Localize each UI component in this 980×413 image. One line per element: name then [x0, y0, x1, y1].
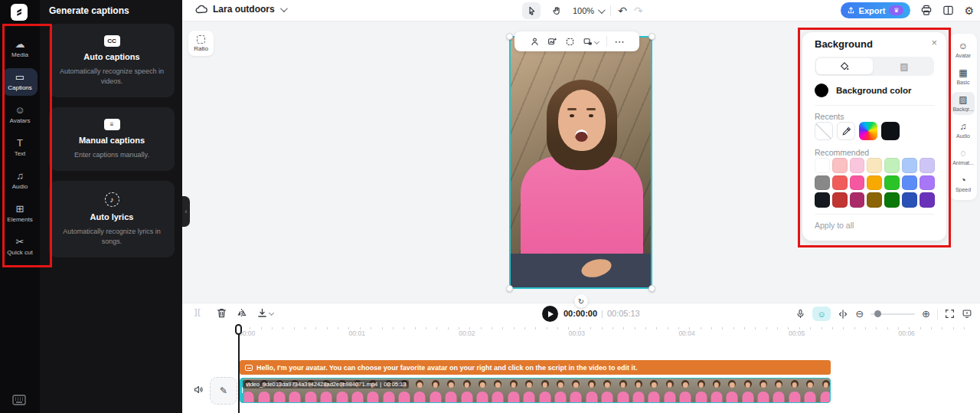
vip-badge-icon: ♛ [889, 5, 903, 15]
track-audio-toggle-icon[interactable] [193, 385, 204, 395]
right-rail-item[interactable]: ◌ Animat... [952, 146, 975, 169]
color-swatch[interactable] [884, 158, 900, 173]
video-subject-shirt [521, 156, 643, 260]
tab-color-fill[interactable] [816, 58, 873, 74]
eyedropper-icon[interactable] [837, 122, 855, 140]
project-menu[interactable]: Lara outdoors [195, 4, 286, 15]
panel-collapse-handle[interactable]: ‹ [182, 196, 190, 227]
right-rail-item[interactable]: ▦ Basic [952, 65, 975, 88]
more-options-icon[interactable]: ⋯ [615, 36, 625, 48]
resize-handle-top-right[interactable] [648, 33, 655, 40]
caption-option-card[interactable]: ♪ Auto lyrics Automatically recognize ly… [49, 181, 175, 257]
close-icon[interactable]: × [931, 37, 937, 48]
export-button[interactable]: Export ♛ [841, 2, 911, 18]
crop-icon[interactable] [565, 37, 575, 47]
color-swatch[interactable] [850, 175, 865, 191]
sidebar-item[interactable]: ⊞ Elements [2, 200, 38, 228]
color-picker-swatch[interactable] [859, 122, 877, 140]
download-icon[interactable] [256, 307, 273, 319]
resize-handle-bottom-right[interactable] [648, 285, 655, 292]
layout-columns-icon[interactable] [942, 5, 954, 16]
printer-icon[interactable] [920, 5, 933, 16]
caption-option-card[interactable]: CC Auto captions Automatically recognize… [49, 24, 175, 97]
mirror-flip-icon[interactable] [236, 307, 247, 319]
play-button[interactable] [542, 306, 558, 322]
color-swatch[interactable] [902, 175, 917, 191]
recommended-label: Recommended [815, 148, 869, 157]
tab-pattern-fill[interactable]: ▨ [876, 58, 933, 74]
ratio-button[interactable]: Ratio [188, 31, 214, 56]
slider-knob[interactable] [874, 310, 881, 317]
clip-thumbnail [553, 379, 568, 402]
split-clip-icon[interactable] [838, 309, 848, 320]
divider [606, 36, 607, 47]
sidebar-item[interactable]: ☺ Avatars [2, 101, 38, 129]
resize-handle-bottom-left[interactable] [506, 285, 513, 292]
color-swatch[interactable] [850, 158, 865, 173]
caption-card-title: Auto lyrics [90, 212, 134, 221]
avatar-icon[interactable] [530, 37, 540, 47]
ruler-timestamp: 00:03 [569, 329, 679, 337]
timeline-ruler[interactable]: 00:00 00:01 00:02 00:03 00:04 00:05 00:0… [182, 325, 980, 340]
caption-option-card[interactable]: ≡ Manual captions Enter captions manuall… [49, 107, 175, 171]
color-swatch[interactable] [920, 158, 935, 173]
no-color-swatch[interactable] [815, 122, 833, 140]
color-swatch[interactable] [832, 192, 848, 208]
color-swatch[interactable] [902, 158, 917, 173]
apply-to-all-button[interactable]: Apply to all [815, 221, 854, 230]
video-track-clip[interactable]: video_9de013da9734a3942428ad2e0b984071.m… [240, 378, 831, 403]
cursor-tool-button[interactable] [522, 2, 541, 19]
right-rail-item[interactable]: ☺ Avatar [952, 38, 975, 61]
color-swatch[interactable] [815, 175, 830, 191]
background-color-row[interactable]: Background color [815, 84, 911, 97]
delete-icon[interactable] [216, 307, 227, 319]
color-swatch[interactable] [867, 192, 882, 208]
color-swatch[interactable] [832, 158, 848, 173]
right-rail-item[interactable]: ◔ Speed [952, 172, 975, 195]
zoom-in-icon[interactable]: ⊕ [922, 309, 930, 319]
color-swatch[interactable] [867, 175, 882, 191]
sidebar-item[interactable]: ♫ Audio [2, 167, 38, 195]
fullscreen-icon[interactable] [945, 309, 955, 319]
preview-display-icon[interactable] [962, 309, 972, 319]
ruler-timestamp: 00:05 [789, 329, 899, 337]
rotate-handle[interactable]: ↻ [574, 294, 588, 308]
redo-button[interactable]: ↷ [634, 5, 643, 16]
zoom-out-icon[interactable]: ⊖ [855, 309, 864, 319]
picture-in-picture-icon[interactable] [583, 37, 599, 47]
microphone-icon[interactable] [795, 308, 805, 320]
right-rail-item[interactable]: ♫ Audio [952, 119, 975, 142]
video-preview[interactable] [509, 36, 652, 289]
color-swatch[interactable] [884, 192, 900, 208]
sidebar-item[interactable]: ✂ Quick cut [2, 233, 38, 261]
recent-color-swatch[interactable] [881, 122, 900, 140]
right-rail-item[interactable]: ▨ Backgr... [952, 92, 975, 115]
caption-track-clip[interactable]: Hello, I'm your avatar. You can choose y… [240, 360, 831, 375]
color-swatch[interactable] [902, 192, 917, 208]
color-swatch[interactable] [815, 158, 830, 173]
color-swatch[interactable] [815, 192, 830, 208]
hand-tool-button[interactable] [547, 2, 566, 19]
settings-gear-icon[interactable]: ⚙ [964, 5, 974, 17]
color-swatch[interactable] [867, 158, 882, 173]
color-swatch[interactable] [850, 192, 865, 208]
add-image-icon[interactable] [547, 37, 557, 47]
sidebar-item[interactable]: ☁ Media [2, 35, 38, 63]
playhead-handle[interactable] [235, 324, 242, 335]
capcut-logo[interactable] [11, 4, 28, 21]
color-swatch[interactable] [884, 175, 900, 191]
color-swatch[interactable] [920, 192, 935, 208]
undo-button[interactable]: ↶ [618, 5, 627, 16]
clip-thumbnail [475, 379, 490, 402]
sidebar-item[interactable]: T Text [2, 134, 38, 162]
color-swatch[interactable] [832, 175, 848, 191]
timeline-zoom-slider[interactable] [871, 313, 915, 315]
sidebar-item[interactable]: ▭ Captions [2, 68, 38, 96]
zoom-level-dropdown[interactable]: 100% [573, 6, 603, 15]
split-icon[interactable]: ][ [194, 308, 201, 316]
resize-handle-top-left[interactable] [506, 33, 513, 40]
color-swatch[interactable] [920, 175, 935, 191]
keyboard-shortcuts-icon[interactable] [12, 395, 26, 405]
smart-avatar-icon[interactable]: ☺ [812, 306, 831, 321]
edit-cover-button[interactable]: ✎ [210, 377, 237, 405]
